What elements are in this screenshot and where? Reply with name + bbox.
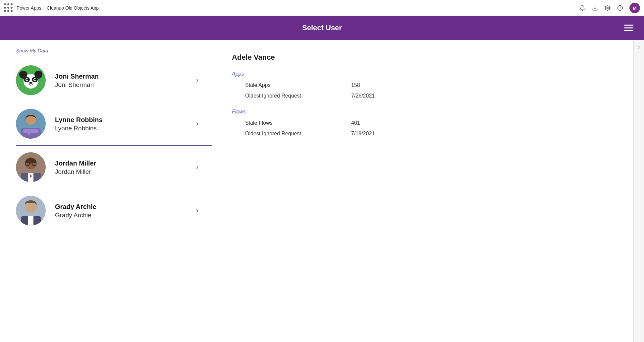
hamburger-menu[interactable] bbox=[621, 22, 636, 34]
svg-point-1 bbox=[607, 7, 609, 9]
apps-link[interactable]: Apps bbox=[232, 71, 244, 77]
avatar bbox=[16, 196, 46, 226]
stat-row: Oldest Ignored Request 7/19/2021 bbox=[245, 131, 614, 137]
list-item[interactable]: Joni Sherman Joni Sherman › bbox=[16, 59, 212, 102]
stat-value: 7/26/2021 bbox=[351, 93, 375, 99]
svg-point-14 bbox=[27, 79, 28, 81]
selected-user-name: Adele Vance bbox=[232, 53, 614, 62]
notification-icon[interactable] bbox=[579, 5, 586, 11]
user-subname: Lynne Robbins bbox=[55, 125, 196, 132]
topbar-right: M bbox=[579, 3, 640, 13]
user-info: Grady Archie Grady Archie bbox=[55, 202, 196, 219]
user-info: Joni Sherman Joni Sherman bbox=[55, 72, 196, 89]
svg-rect-31 bbox=[28, 216, 33, 226]
chevron-right-icon: › bbox=[196, 119, 198, 128]
user-name: Joni Sherman bbox=[55, 72, 196, 81]
svg-rect-20 bbox=[23, 129, 38, 133]
settings-icon[interactable] bbox=[604, 5, 611, 11]
user-subname: Jordan Miller bbox=[55, 168, 196, 175]
page-name: Cleanup Old Objects App bbox=[47, 5, 99, 11]
user-name: Jordan Miller bbox=[55, 159, 196, 168]
left-panel: Show My Data bbox=[0, 40, 212, 342]
avatar bbox=[16, 109, 46, 139]
show-my-data-link[interactable]: Show My Data bbox=[0, 40, 212, 59]
help-icon[interactable] bbox=[617, 5, 623, 11]
user-avatar[interactable]: M bbox=[629, 3, 640, 13]
edge-panel: › bbox=[633, 40, 644, 342]
apps-stats: Stale Apps 158 Oldest Ignored Request 7/… bbox=[245, 82, 614, 99]
topbar: Power Apps | Cleanup Old Objects App bbox=[0, 0, 644, 16]
user-info: Jordan Miller Jordan Miller bbox=[55, 159, 196, 175]
stat-row: Stale Apps 158 bbox=[245, 82, 614, 88]
user-list: Joni Sherman Joni Sherman › bbox=[0, 59, 212, 342]
svg-point-15 bbox=[34, 79, 36, 81]
user-name: Lynne Robbins bbox=[55, 115, 196, 124]
stat-label: Oldest Ignored Request bbox=[245, 131, 325, 137]
list-item[interactable]: Lynne Robbins Lynne Robbins › bbox=[16, 102, 212, 146]
flows-link[interactable]: Flows bbox=[232, 109, 246, 115]
chevron-right-icon: › bbox=[196, 76, 198, 85]
stat-row: Stale Flows 401 bbox=[245, 120, 614, 126]
apps-section: Apps Stale Apps 158 Oldest Ignored Reque… bbox=[232, 71, 614, 99]
stat-row: Oldest Ignored Request 7/26/2021 bbox=[245, 93, 614, 99]
stat-label: Stale Flows bbox=[245, 120, 325, 126]
list-item[interactable]: Grady Archie Grady Archie › bbox=[16, 189, 212, 232]
app-name: Power Apps bbox=[17, 5, 41, 11]
app-header-title: Select User bbox=[302, 24, 342, 32]
download-icon[interactable] bbox=[592, 5, 598, 11]
user-subname: Grady Archie bbox=[55, 212, 196, 219]
user-subname: Joni Sherman bbox=[55, 81, 196, 89]
stat-value: 158 bbox=[351, 82, 360, 88]
stat-value: 7/19/2021 bbox=[351, 131, 375, 137]
chevron-right-icon: › bbox=[196, 206, 198, 215]
svg-point-16 bbox=[29, 82, 32, 84]
right-panel: Adele Vance Apps Stale Apps 158 Oldest I… bbox=[212, 40, 633, 342]
stat-value: 401 bbox=[351, 120, 360, 126]
flows-section: Flows Stale Flows 401 Oldest Ignored Req… bbox=[232, 109, 614, 137]
svg-text:M: M bbox=[633, 6, 637, 11]
user-name: Grady Archie bbox=[55, 202, 196, 211]
edge-chevron-left[interactable]: › bbox=[634, 42, 644, 52]
stat-label: Stale Apps bbox=[245, 82, 325, 88]
main-content: Show My Data bbox=[0, 40, 644, 342]
waffle-icon[interactable] bbox=[4, 3, 13, 13]
flows-stats: Stale Flows 401 Oldest Ignored Request 7… bbox=[245, 120, 614, 137]
avatar bbox=[16, 65, 46, 95]
chevron-right-icon: › bbox=[196, 163, 198, 171]
user-info: Lynne Robbins Lynne Robbins bbox=[55, 115, 196, 132]
stat-label: Oldest Ignored Request bbox=[245, 93, 325, 99]
app-header: Select User bbox=[0, 16, 644, 40]
avatar bbox=[16, 152, 46, 182]
separator: | bbox=[43, 5, 45, 11]
list-item[interactable]: Jordan Miller Jordan Miller › bbox=[16, 146, 212, 189]
